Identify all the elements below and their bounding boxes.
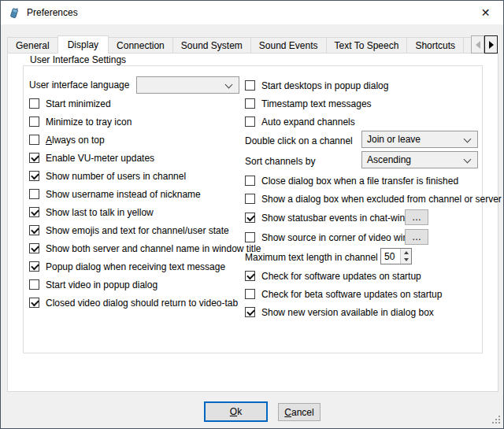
checkbox-check-for-software-updates-on-startup[interactable] [245, 271, 255, 281]
group-title: User Interface Settings [28, 54, 128, 65]
checkbox-label: Show source in corner of video window [261, 232, 425, 243]
checkbox-label: Show username instead of nickname [46, 189, 201, 200]
checkbox-row: Minimize to tray icon [29, 113, 261, 131]
checkbox-show-both-server-and-channel-name-in-window-title[interactable] [29, 243, 39, 253]
select-label: Sort channels by [245, 156, 315, 167]
checkbox-popup-dialog-when-receiving-text-message[interactable] [29, 261, 39, 272]
checkbox-label: Show a dialog box when excluded from cha… [261, 194, 502, 205]
checkbox-row: Close dialog box when a file transfer is… [245, 172, 491, 190]
checkbox-row: Start video in popup dialog [29, 276, 261, 294]
checkbox-enable-vu-meter-updates[interactable] [29, 153, 39, 163]
tab-scroller [471, 35, 498, 54]
dropdown-double-click-on-a-channel[interactable]: Join or leave [361, 131, 478, 148]
checkbox-row: Show emojis and text for channel/user st… [29, 221, 261, 239]
checkbox-row: Start minimized [29, 94, 261, 113]
tab-scroll-left-button[interactable] [471, 35, 484, 54]
checkbox-start-minimized[interactable] [29, 98, 39, 109]
select-row: Sort channels byAscending [245, 151, 491, 172]
checkbox-show-a-dialog-box-when-excluded-from-channel-or-server[interactable] [245, 194, 255, 204]
checkbox-show-new-version-available-in-dialog-box[interactable] [245, 307, 255, 317]
tab-video[interactable]: Video [463, 37, 471, 54]
checkbox-show-username-instead-of-nickname[interactable] [29, 189, 39, 199]
title-bar: Preferences ✕ [1, 1, 503, 24]
checkbox-label: Start minimized [46, 98, 111, 109]
tab-connection[interactable]: Connection [108, 37, 173, 54]
checkbox-row: Timestamp text messages [245, 94, 491, 113]
spin-label: Maximum text length in channel list [245, 252, 392, 263]
checkbox-timestamp-text-messages[interactable] [245, 98, 255, 109]
checkbox-closed-video-dialog-should-return-to-video-tab[interactable] [29, 298, 39, 308]
dropdown-sort-channels-by[interactable]: Ascending [361, 151, 478, 168]
caret-down-icon [404, 258, 409, 261]
checkbox-start-video-in-popup-dialog[interactable] [29, 279, 39, 290]
tab-display[interactable]: Display [57, 35, 109, 54]
tab-sound-events[interactable]: Sound Events [250, 37, 327, 54]
ellipsis-button-show-source-in-corner-of-video-window[interactable]: … [405, 229, 428, 245]
tab-general[interactable]: General [7, 37, 58, 54]
checkbox-label: Timestamp text messages [261, 98, 372, 109]
checkbox-row: Auto expand channels [245, 113, 491, 131]
checkbox-row: Show new version available in dialog box [245, 303, 491, 321]
checkbox-label: Show both server and channel name in win… [46, 243, 261, 254]
checkbox-row: Show last to talk in yellow [29, 203, 261, 221]
checkbox-label: Show new version available in dialog box [261, 307, 434, 318]
checkbox-minimize-to-tray-icon[interactable] [29, 116, 39, 127]
checkbox-show-last-to-talk-in-yellow[interactable] [29, 207, 39, 217]
checkbox-show-number-of-users-in-channel[interactable] [29, 171, 39, 181]
left-column: Start minimizedMinimize to tray iconAlwa… [29, 94, 261, 312]
checkbox-row: Show source in corner of video window… [245, 227, 491, 247]
spinbox-maximum-text-length-in-channel-list[interactable]: 50 [380, 248, 412, 264]
resize-grip[interactable] [491, 416, 500, 425]
tab-scroll-right-button[interactable] [484, 35, 498, 54]
checkbox-row: Show a dialog box when excluded from cha… [245, 190, 491, 208]
checkbox-label: Show statusbar events in chat-window [261, 213, 422, 224]
checkbox-start-desktops-in-popup-dialog[interactable] [245, 80, 255, 91]
close-button[interactable]: ✕ [468, 1, 503, 24]
tab-bar: GeneralDisplayConnectionSound SystemSoun… [7, 35, 471, 54]
spinbox-value: 50 [381, 249, 400, 264]
checkbox-label: Popup dialog when receiving text message [46, 261, 225, 272]
ellipsis-button-show-statusbar-events-in-chat-window[interactable]: … [405, 209, 428, 225]
select-label: Double click on a channel [245, 135, 353, 146]
checkbox-label: Minimize to tray icon [46, 116, 132, 128]
checkbox-row: Closed video dialog should return to vid… [29, 294, 261, 312]
checkbox-row: Check for software updates on startup [245, 267, 491, 285]
checkbox-row: Show username instead of nickname [29, 185, 261, 203]
tab-text-to-speech[interactable]: Text To Speech [326, 37, 408, 54]
checkbox-label: Show last to talk in yellow [46, 207, 154, 218]
checkbox-label: Enable VU-meter updates [46, 153, 154, 164]
checkbox-label: Always on top [46, 135, 105, 146]
checkbox-label: Check for software updates on startup [261, 271, 421, 282]
checkbox-auto-expand-channels[interactable] [245, 116, 255, 127]
spin-up-button[interactable] [401, 249, 411, 257]
dropdown-value: Ascending [367, 154, 411, 165]
language-dropdown[interactable] [136, 76, 239, 94]
checkbox-always-on-top[interactable] [29, 135, 39, 145]
checkbox-label: Closed video dialog should return to vid… [46, 298, 238, 309]
checkbox-label: Show emojis and text for channel/user st… [46, 225, 229, 236]
chevron-left-icon [476, 41, 480, 49]
spin-down-button[interactable] [401, 257, 411, 264]
preferences-dialog: Preferences ✕ GeneralDisplayConnectionSo… [0, 0, 504, 429]
checkbox-label: Close dialog box when a file transfer is… [261, 176, 458, 187]
caret-up-icon [404, 251, 409, 254]
checkbox-label: Auto expand channels [261, 116, 355, 128]
cancel-button[interactable]: Cancel [278, 403, 321, 421]
checkbox-label: Show number of users in channel [46, 171, 186, 182]
language-label: User interface language [29, 80, 129, 91]
ok-button[interactable]: Ok [204, 401, 268, 422]
checkbox-show-statusbar-events-in-chat-window[interactable] [245, 213, 255, 223]
checkbox-check-for-beta-software-updates-on-startup[interactable] [245, 289, 255, 299]
checkbox-show-emojis-and-text-for-channel-user-state[interactable] [29, 225, 39, 235]
tab-shortcuts[interactable]: Shortcuts [406, 37, 464, 54]
dropdown-value: Join or leave [367, 134, 421, 145]
window-title: Preferences [27, 7, 78, 18]
checkbox-row: Always on top [29, 131, 261, 149]
checkbox-show-source-in-corner-of-video-window[interactable] [245, 232, 255, 242]
checkbox-row: Show statusbar events in chat-window… [245, 208, 491, 227]
checkbox-label: Start video in popup dialog [46, 279, 158, 290]
checkbox-label: Start desktops in popup dialog [261, 80, 388, 91]
checkbox-row: Start desktops in popup dialog [245, 76, 491, 94]
checkbox-close-dialog-box-when-a-file-transfer-is-finished[interactable] [245, 176, 255, 186]
tab-sound-system[interactable]: Sound System [172, 37, 251, 54]
